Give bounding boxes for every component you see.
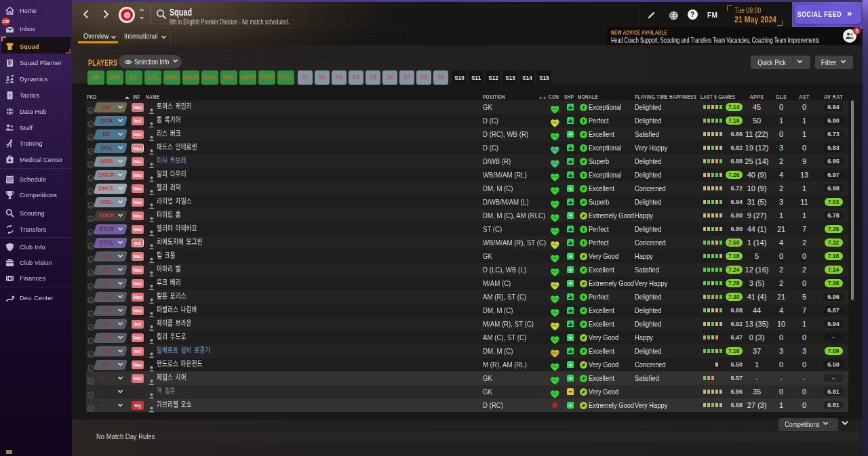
- svg-text:!: !: [9, 92, 11, 98]
